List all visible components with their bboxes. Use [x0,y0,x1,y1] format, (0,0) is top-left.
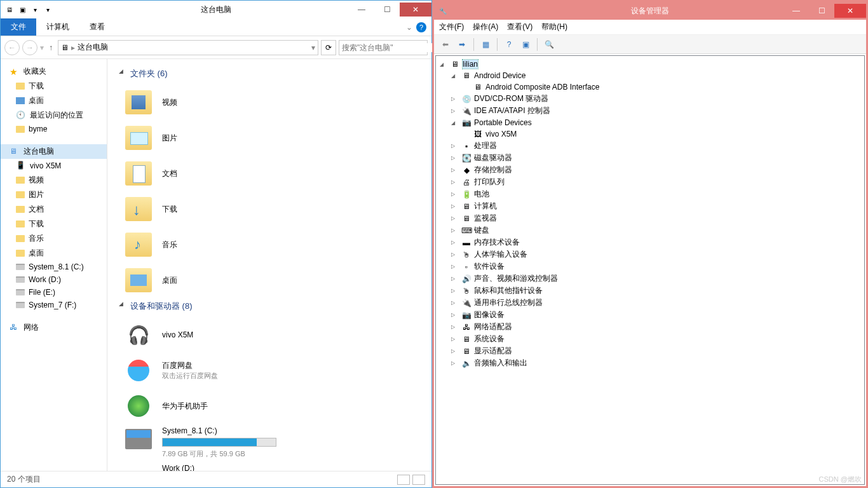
address-input[interactable] [78,43,309,52]
breadcrumb-arrow-icon[interactable]: ▸ [71,43,75,52]
expander-icon[interactable]: ▷ [451,336,459,342]
tree-storage[interactable]: ▷◆存储控制器 [438,164,862,176]
caret-icon[interactable]: ▾ [43,4,53,15]
tree-portable-vivo[interactable]: 🖼vivo X5M [438,128,862,140]
expander-icon[interactable]: ▷ [451,312,459,318]
expander-icon[interactable]: ▷ [451,252,459,257]
close-button[interactable]: ✕ [834,4,866,18]
sidebar-item-drive-c[interactable]: System_8.1 (C:) [1,261,107,273]
expander-icon[interactable]: ▷ [451,179,459,185]
maximize-button[interactable]: ☐ [374,3,400,17]
sidebar-item-vivo[interactable]: 📱vivo X5M [1,159,107,173]
expander-icon[interactable]: ▷ [451,360,459,366]
sidebar-item-recent[interactable]: 🕙最近访问的位置 [1,108,107,123]
search-box[interactable]: 🔍 [339,40,428,55]
tree-memory[interactable]: ▷▬内存技术设备 [438,236,862,248]
tree-software[interactable]: ▷▫软件设备 [438,261,862,273]
sidebar-item-videos[interactable]: 视频 [1,173,107,187]
folder-item-desktop[interactable]: 桌面 [114,262,425,298]
sidebar-item-documents[interactable]: 文档 [1,202,107,217]
up-button[interactable]: ↑ [46,43,55,52]
tree-cpu[interactable]: ▷▪处理器 [438,140,862,152]
tool-help-button[interactable]: ? [501,37,517,51]
minimize-button[interactable]: — [783,4,809,18]
view-icons-button[interactable] [412,475,425,485]
tree-root[interactable]: ◢🖥lilian [438,58,862,70]
device-item-baidu[interactable]: 百度网盘双击运行百度网盘 [114,353,425,388]
expander-icon[interactable]: ▷ [451,227,459,233]
expander-icon[interactable]: ▷ [451,96,459,102]
expander-icon[interactable]: ▷ [451,215,459,221]
minimize-button[interactable]: — [349,3,374,17]
tool-forward-button[interactable]: ➡ [454,37,470,51]
sidebar-item-music[interactable]: 音乐 [1,231,107,246]
device-item-huawei[interactable]: 华为手机助手 [114,388,425,424]
expander-icon[interactable]: ▷ [451,203,459,209]
tree-display[interactable]: ▷🖥显示适配器 [438,345,862,357]
sidebar-item-drive-f[interactable]: System_7 (F:) [1,299,107,311]
tree-portable[interactable]: ◢📷Portable Devices [438,117,862,128]
refresh-button[interactable]: ⟳ [321,40,336,55]
back-button[interactable]: ← [4,40,20,55]
new-folder-icon[interactable]: ▾ [30,4,40,15]
tree-usb[interactable]: ▷🔌通用串行总线控制器 [438,297,862,309]
sidebar-item-desktop[interactable]: 桌面 [1,93,107,108]
expander-icon[interactable]: ▷ [451,300,459,306]
folders-section-header[interactable]: 文件夹 (6) [114,65,425,85]
tree-disk[interactable]: ▷💽磁盘驱动器 [438,152,862,164]
recent-dropdown-icon[interactable]: ▾ [40,43,44,52]
expander-icon[interactable]: ▷ [451,276,459,281]
tree-dvd[interactable]: ▷💿DVD/CD-ROM 驱动器 [438,93,862,105]
sidebar-item-byme[interactable]: byme [1,123,107,135]
expander-icon[interactable]: ▷ [451,191,459,197]
folder-item-pictures[interactable]: 图片 [114,120,425,156]
tree-android[interactable]: ◢🖥Android Device [438,70,862,81]
tree-print[interactable]: ▷🖨打印队列 [438,176,862,188]
sidebar-thispc-header[interactable]: 🖥这台电脑 [1,144,107,159]
folder-item-downloads[interactable]: 下载 [114,191,425,227]
expander-icon[interactable]: ▷ [451,167,459,173]
menu-action[interactable]: 操作(A) [473,22,498,32]
properties-icon[interactable]: ▣ [17,4,27,15]
device-item-vivo[interactable]: 🎧vivo X5M [114,317,425,353]
menu-file[interactable]: 文件(F) [439,22,464,32]
tree-ide[interactable]: ▷🔌IDE ATA/ATAPI 控制器 [438,105,862,117]
tree-audio[interactable]: ▷🔊声音、视频和游戏控制器 [438,273,862,285]
tree-image[interactable]: ▷📷图像设备 [438,309,862,321]
tree-battery[interactable]: ▷🔋电池 [438,188,862,200]
expander-icon[interactable]: ▷ [451,348,459,354]
view-details-button[interactable] [397,475,410,485]
expand-ribbon-icon[interactable]: ⌄ [406,23,412,32]
devices-section-header[interactable]: 设备和驱动器 (8) [114,298,425,317]
sidebar-item-drive-e[interactable]: File (E:) [1,286,107,299]
tree-android-adb[interactable]: 🖥Android Composite ADB Interface [438,81,862,93]
sidebar-item-downloads[interactable]: 下载 [1,79,107,93]
sidebar-item-drive-d[interactable]: Work (D:) [1,273,107,286]
expander-icon[interactable]: ◢ [440,62,447,67]
menu-help[interactable]: 帮助(H) [541,22,567,32]
address-bar[interactable]: 🖥 ▸ ▾ [58,40,318,55]
sidebar-network-header[interactable]: 🖧网络 [1,320,107,335]
tree-monitor[interactable]: ▷🖥监视器 [438,212,862,224]
sidebar-item-desktop2[interactable]: 桌面 [1,246,107,261]
search-input[interactable] [342,43,437,52]
expander-icon[interactable]: ▷ [451,155,459,161]
tool-details-button[interactable]: ▦ [478,37,493,51]
folder-item-videos[interactable]: 视频 [114,85,425,120]
tree-net[interactable]: ▷🖧网络适配器 [438,321,862,333]
tree-system[interactable]: ▷🖥系统设备 [438,333,862,345]
tree-audioio[interactable]: ▷🔈音频输入和输出 [438,357,862,369]
maximize-button[interactable]: ☐ [809,4,834,18]
device-item-drive-d[interactable]: Work (D:) [114,461,425,471]
device-item-drive-c[interactable]: System_8.1 (C:) 7.89 GB 可用，共 59.9 GB [114,424,425,461]
expander-icon[interactable]: ▷ [451,108,459,114]
help-icon[interactable]: ? [416,22,426,32]
tree-mouse[interactable]: ▷🖱鼠标和其他指针设备 [438,285,862,297]
tab-computer[interactable]: 计算机 [36,18,79,36]
tool-scan-button[interactable]: 🔍 [541,37,557,51]
breadcrumb-dropdown-icon[interactable]: ▾ [311,43,315,52]
sidebar-favorites-header[interactable]: ★收藏夹 [1,64,107,79]
folder-item-documents[interactable]: 文档 [114,156,425,191]
sidebar-item-downloads2[interactable]: 下载 [1,217,107,231]
expander-icon[interactable]: ▷ [451,143,459,149]
